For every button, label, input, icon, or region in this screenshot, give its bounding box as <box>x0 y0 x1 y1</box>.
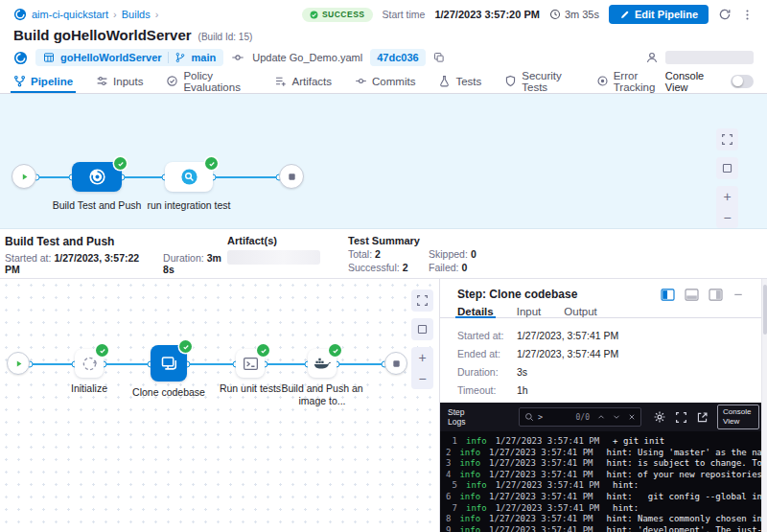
step-node-run-unit-tests[interactable] <box>236 349 265 378</box>
started-at-label: Started at: <box>5 252 51 264</box>
play-icon <box>19 172 30 182</box>
duration-label: Duration: <box>163 252 204 264</box>
step-field-started-at: Started at:1/27/2023, 3:57:41 PM <box>457 330 750 341</box>
popout-icon[interactable] <box>696 411 709 424</box>
branch-icon <box>174 52 186 63</box>
step-node-initialize[interactable] <box>75 349 104 378</box>
top-header: aim-ci-quickstart › Builds › SUCCESS Sta… <box>0 0 767 25</box>
tab-commits[interactable]: Commits <box>355 69 415 93</box>
step-field-duration: Duration:3s <box>457 366 750 378</box>
play-icon <box>13 359 24 369</box>
tab-pipeline[interactable]: Pipeline <box>13 69 73 93</box>
tab-label: Inputs <box>113 76 143 87</box>
layout-bottom-icon[interactable] <box>685 289 699 301</box>
fullscreen-icon[interactable] <box>411 289 433 312</box>
log-line: 6info 1/27/2023 3:57:41 PMhint: git conf… <box>446 492 767 503</box>
tab-tests[interactable]: Tests <box>438 69 481 93</box>
success-check-icon <box>329 344 341 357</box>
panel-scrollbar[interactable] <box>761 279 767 532</box>
minimize-icon[interactable] <box>732 289 744 300</box>
artifact-redacted[interactable] <box>227 250 320 265</box>
step-node-label: Build and Push an image to... <box>274 382 370 407</box>
test-stage-icon <box>180 168 198 186</box>
stage-pipeline-canvas[interactable]: + − Build Test and Push run integration … <box>0 94 767 229</box>
refresh-button[interactable] <box>718 8 732 21</box>
tab-security-tests[interactable]: Security Tests <box>504 69 572 93</box>
commit-icon <box>355 75 367 87</box>
tab-policy-evaluations[interactable]: Policy Evaluations <box>166 69 251 93</box>
log-line: 5info 1/27/2023 3:57:41 PMhint: <box>446 480 767 492</box>
step-start-node[interactable] <box>7 352 30 375</box>
edit-pipeline-button[interactable]: Edit Pipeline <box>609 5 709 24</box>
success-check-icon <box>96 344 108 357</box>
tab-inputs[interactable]: Inputs <box>96 69 143 93</box>
zoom-in-icon[interactable]: + <box>716 186 738 207</box>
tab-error-tracking[interactable]: Error Tracking <box>596 69 665 93</box>
step-tab-output[interactable]: Output <box>564 306 597 317</box>
layout-left-icon[interactable] <box>661 289 675 301</box>
clock-icon <box>549 9 561 20</box>
breadcrumb-builds[interactable]: Builds <box>122 9 151 20</box>
log-line: 9info 1/27/2023 3:57:41 PMhint: 'develop… <box>446 525 767 532</box>
repo-name: goHelloWorldServer <box>60 52 162 63</box>
console-view-button[interactable]: Console View <box>717 405 759 429</box>
kebab-menu-button[interactable] <box>741 9 754 21</box>
step-tab-details[interactable]: Details <box>457 306 494 317</box>
fullscreen-icon[interactable] <box>716 128 738 150</box>
terminal-icon <box>242 355 260 373</box>
chevron-up-icon[interactable] <box>597 413 605 421</box>
harness-logo-icon <box>13 8 27 21</box>
repo-pill[interactable]: goHelloWorldServer main <box>35 49 223 66</box>
build-id: (Build Id: 15) <box>198 32 253 42</box>
panel-scrollbar-thumb[interactable] <box>763 285 767 335</box>
log-line: 4info 1/27/2023 3:57:41 PMhint: of your … <box>446 470 767 481</box>
stage-node-label: run integration test <box>141 199 237 212</box>
step-logs-label: Step Logs <box>448 407 478 427</box>
commit-sha[interactable]: 47dc036 <box>370 49 425 66</box>
breadcrumb-project[interactable]: aim-ci-quickstart <box>32 9 108 20</box>
console-log-output[interactable]: 1info 1/27/2023 3:57:41 PM+ git init 2in… <box>440 431 767 532</box>
ci-stage-icon <box>88 168 106 186</box>
console-view-toggle[interactable] <box>731 75 754 88</box>
close-icon[interactable] <box>628 413 636 421</box>
log-line: 1info 1/27/2023 3:57:41 PM+ git init <box>446 436 767 448</box>
expand-icon[interactable] <box>675 411 687 424</box>
copy-icon[interactable] <box>433 52 445 63</box>
stage-end-node[interactable] <box>279 164 304 189</box>
chevron-down-icon[interactable] <box>613 413 620 421</box>
log-line: 8info 1/27/2023 3:57:41 PMhint: Names co… <box>446 514 767 525</box>
artifacts-label: Artifact(s) <box>227 235 348 246</box>
step-details-panel: Step: Clone codebase DetailsInputOutput … <box>439 279 767 532</box>
tab-artifacts[interactable]: Artifacts <box>274 69 332 93</box>
artifacts-icon <box>274 75 287 87</box>
zoom-out-icon[interactable]: − <box>411 368 433 389</box>
step-node-clone-codebase[interactable] <box>151 345 187 382</box>
chevron-right-icon: › <box>155 9 159 20</box>
clone-icon <box>159 354 179 374</box>
commit-message[interactable]: Update Go_Demo.yaml <box>252 52 362 63</box>
success-check-icon <box>179 340 192 353</box>
stage-node-run-integration-test[interactable] <box>165 162 213 192</box>
zoom-in-icon[interactable]: + <box>411 347 433 368</box>
tab-label: Commits <box>372 76 415 87</box>
zoom-out-icon[interactable]: − <box>716 207 738 228</box>
log-search-input[interactable]: > 0/0 <box>519 407 641 427</box>
fit-view-icon[interactable] <box>716 157 738 179</box>
tab-label: Error Tracking <box>614 70 665 93</box>
layout-right-icon[interactable] <box>709 289 723 301</box>
stage-start-node[interactable] <box>12 164 36 189</box>
success-check-icon <box>205 157 218 170</box>
step-end-node[interactable] <box>384 352 407 375</box>
step-pipeline-canvas[interactable]: + − Initialize Clone codebase Run unit t… <box>0 279 439 532</box>
tab-label: Security Tests <box>522 70 572 93</box>
gear-icon[interactable] <box>653 410 666 424</box>
stage-node-build-test-and-push[interactable] <box>72 162 122 192</box>
success-check-icon <box>257 344 269 357</box>
step-tab-input[interactable]: Input <box>517 306 542 317</box>
log-line: 2info 1/27/2023 3:57:41 PMhint: Using 'm… <box>446 448 767 459</box>
error-tracking-icon <box>596 75 609 87</box>
fit-view-icon[interactable] <box>411 318 433 340</box>
step-node-build-and-push-an-image-to[interactable] <box>308 349 337 378</box>
stage-details-title: Build Test and Push <box>5 235 227 248</box>
tab-label: Policy Evaluations <box>183 70 251 93</box>
